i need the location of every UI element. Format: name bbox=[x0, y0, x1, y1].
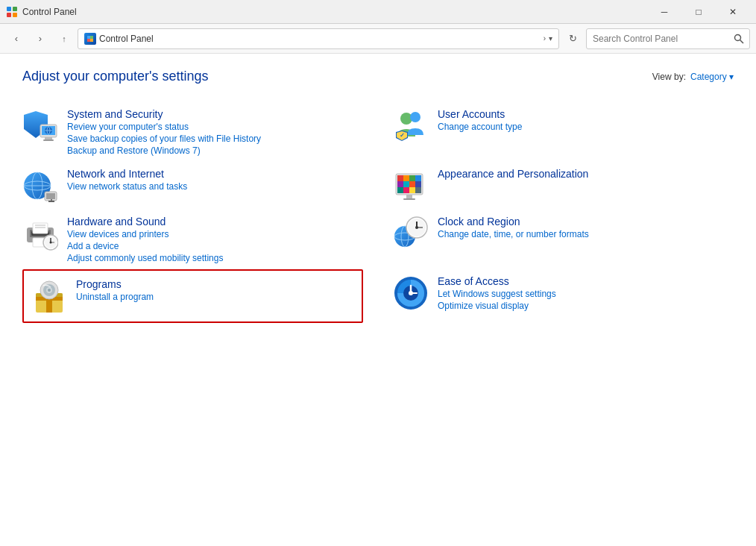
svg-rect-14 bbox=[43, 139, 54, 141]
programs-link-1[interactable]: Uninstall a program bbox=[76, 292, 154, 302]
appearance-icon bbox=[393, 168, 429, 204]
svg-rect-43 bbox=[409, 187, 415, 193]
hardware-sound-link-2[interactable]: Add a device bbox=[67, 241, 223, 251]
view-by-control: View by: Category ▾ bbox=[652, 72, 734, 82]
system-security-icon bbox=[22, 108, 58, 144]
ease-of-access-content: Ease of Access Let Windows suggest setti… bbox=[438, 275, 556, 311]
svg-rect-5 bbox=[90, 36, 93, 39]
search-input[interactable] bbox=[587, 34, 728, 44]
svg-rect-34 bbox=[403, 175, 409, 181]
svg-rect-38 bbox=[403, 181, 409, 187]
category-user-accounts[interactable]: ✓ User Accounts Change account type bbox=[393, 102, 734, 162]
ease-of-access-link-1[interactable]: Let Windows suggest settings bbox=[438, 289, 556, 299]
address-chevron-icon: ▾ bbox=[549, 34, 552, 43]
svg-point-80 bbox=[409, 291, 413, 295]
category-network-internet[interactable]: Network and Internet View network status… bbox=[22, 162, 363, 210]
title-bar: Control Panel ─ □ ✕ bbox=[0, 0, 756, 24]
svg-rect-35 bbox=[409, 175, 415, 181]
user-accounts-icon: ✓ bbox=[393, 108, 429, 144]
network-internet-title[interactable]: Network and Internet bbox=[67, 168, 187, 180]
ease-of-access-icon bbox=[393, 275, 429, 311]
address-bar-icon bbox=[84, 33, 96, 45]
svg-rect-7 bbox=[90, 39, 93, 42]
hardware-sound-link-3[interactable]: Adjust commonly used mobility settings bbox=[67, 253, 223, 263]
svg-line-9 bbox=[740, 40, 744, 43]
clock-region-title[interactable]: Clock and Region bbox=[438, 216, 589, 228]
view-by-dropdown[interactable]: Category ▾ bbox=[690, 72, 734, 82]
system-security-link-2[interactable]: Save backup copies of your files with Fi… bbox=[67, 134, 261, 144]
window-title: Control Panel bbox=[22, 7, 77, 17]
categories-grid: System and Security Review your computer… bbox=[22, 102, 734, 323]
close-button[interactable]: ✕ bbox=[716, 0, 750, 24]
refresh-button[interactable]: ↻ bbox=[562, 28, 583, 49]
svg-rect-46 bbox=[403, 198, 415, 200]
ease-of-access-link-2[interactable]: Optimize visual display bbox=[438, 301, 556, 311]
network-internet-icon bbox=[22, 168, 58, 204]
category-clock-region[interactable]: Clock and Region Change date, time, or n… bbox=[393, 210, 734, 269]
user-accounts-title[interactable]: User Accounts bbox=[438, 108, 522, 120]
user-accounts-link-1[interactable]: Change account type bbox=[438, 122, 522, 132]
svg-text:✓: ✓ bbox=[400, 132, 405, 139]
user-accounts-content: User Accounts Change account type bbox=[438, 108, 522, 132]
svg-rect-28 bbox=[46, 193, 55, 199]
page-title: Adjust your computer's settings bbox=[22, 69, 209, 84]
minimize-button[interactable]: ─ bbox=[647, 0, 681, 24]
svg-point-74 bbox=[48, 289, 51, 292]
svg-rect-44 bbox=[415, 187, 421, 193]
svg-rect-4 bbox=[87, 36, 90, 39]
svg-rect-37 bbox=[397, 181, 403, 187]
svg-rect-0 bbox=[7, 7, 11, 11]
window-controls: ─ □ ✕ bbox=[647, 0, 750, 24]
hardware-sound-content: Hardware and Sound View devices and prin… bbox=[67, 216, 223, 263]
programs-content: Programs Uninstall a program bbox=[76, 278, 154, 302]
appearance-title[interactable]: Appearance and Personalization bbox=[438, 168, 588, 180]
category-programs[interactable]: Programs Uninstall a program bbox=[22, 269, 363, 323]
up-button[interactable]: ↑ bbox=[54, 28, 75, 49]
app-icon bbox=[6, 6, 18, 18]
svg-rect-30 bbox=[48, 201, 54, 202]
svg-point-66 bbox=[415, 226, 418, 229]
maximize-button[interactable]: □ bbox=[681, 0, 716, 24]
navigation-bar: ‹ › ↑ Control Panel › ▾ ↻ bbox=[0, 24, 756, 54]
category-system-security[interactable]: System and Security Review your computer… bbox=[22, 102, 363, 162]
svg-rect-42 bbox=[403, 187, 409, 193]
search-button[interactable] bbox=[728, 28, 749, 49]
main-content: Adjust your computer's settings View by:… bbox=[0, 54, 756, 338]
svg-rect-6 bbox=[87, 39, 90, 42]
system-security-link-1[interactable]: Review your computer's status bbox=[67, 122, 261, 132]
address-separator: › bbox=[544, 34, 546, 43]
clock-region-content: Clock and Region Change date, time, or n… bbox=[438, 216, 589, 239]
category-appearance[interactable]: Appearance and Personalization bbox=[393, 162, 734, 210]
network-internet-content: Network and Internet View network status… bbox=[67, 168, 187, 192]
clock-region-icon bbox=[393, 216, 429, 251]
programs-icon bbox=[31, 278, 67, 314]
system-security-link-3[interactable]: Backup and Restore (Windows 7) bbox=[67, 145, 261, 156]
programs-title[interactable]: Programs bbox=[76, 278, 154, 290]
view-by-label: View by: bbox=[652, 72, 686, 82]
category-hardware-sound[interactable]: Hardware and Sound View devices and prin… bbox=[22, 210, 363, 269]
svg-rect-40 bbox=[415, 181, 421, 187]
hardware-sound-link-1[interactable]: View devices and printers bbox=[67, 229, 223, 239]
network-internet-link-1[interactable]: View network status and tasks bbox=[67, 181, 187, 192]
page-header: Adjust your computer's settings View by:… bbox=[22, 69, 734, 84]
system-security-title[interactable]: System and Security bbox=[67, 108, 261, 120]
svg-rect-41 bbox=[397, 187, 403, 193]
clock-region-link-1[interactable]: Change date, time, or number formats bbox=[438, 229, 589, 239]
back-button[interactable]: ‹ bbox=[6, 28, 27, 49]
address-bar[interactable]: Control Panel › ▾ bbox=[78, 28, 559, 49]
category-ease-of-access[interactable]: Ease of Access Let Windows suggest setti… bbox=[393, 269, 734, 323]
appearance-content: Appearance and Personalization bbox=[438, 168, 588, 180]
ease-of-access-title[interactable]: Ease of Access bbox=[438, 275, 556, 287]
forward-button[interactable]: › bbox=[30, 28, 51, 49]
address-text: Control Panel bbox=[99, 34, 538, 44]
svg-point-8 bbox=[735, 34, 741, 40]
svg-point-19 bbox=[410, 112, 420, 122]
search-box[interactable] bbox=[586, 28, 750, 49]
svg-rect-36 bbox=[415, 175, 421, 181]
svg-point-58 bbox=[50, 242, 52, 244]
hardware-sound-title[interactable]: Hardware and Sound bbox=[67, 216, 223, 228]
svg-rect-39 bbox=[409, 181, 415, 187]
svg-rect-13 bbox=[45, 137, 52, 139]
svg-rect-50 bbox=[33, 223, 48, 233]
svg-rect-1 bbox=[13, 7, 17, 11]
